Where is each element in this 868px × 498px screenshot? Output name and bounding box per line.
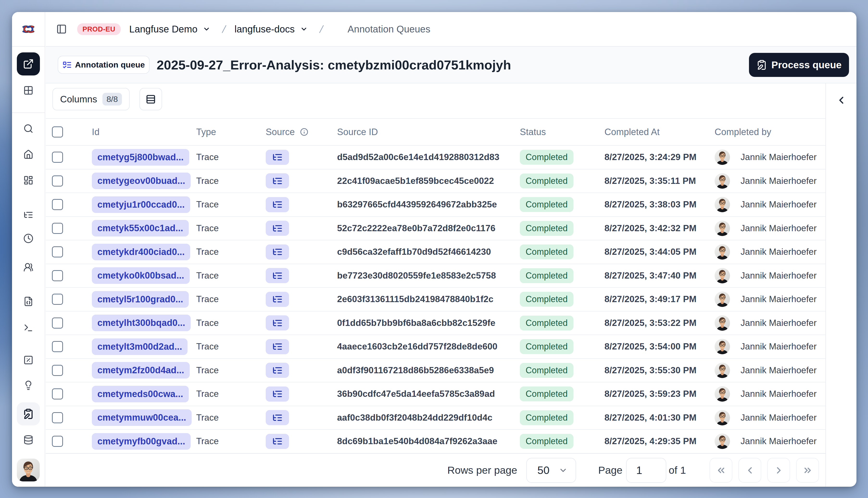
table-row[interactable]: cmetygeov00buad... Trace 22c41f09acae5b1… — [46, 169, 826, 193]
column-header-type[interactable]: Type — [190, 127, 259, 137]
next-page-button[interactable] — [767, 458, 790, 483]
row-source-cell — [259, 292, 331, 307]
table-row[interactable]: cmetyl5r100grad0... Trace 2e603f31361115… — [46, 288, 826, 312]
row-id-link[interactable]: cmetyl5r100grad0... — [92, 291, 189, 307]
breadcrumb-org[interactable]: Langfuse Demo — [129, 24, 198, 35]
row-checkbox[interactable] — [52, 365, 63, 376]
row-checkbox[interactable] — [52, 412, 63, 423]
list-tree-icon[interactable] — [266, 386, 289, 402]
sidebar-item-insights[interactable] — [12, 374, 45, 396]
row-id-link[interactable]: cmetyg5j800bwad... — [92, 149, 189, 166]
sidebar-toggle-icon[interactable] — [56, 24, 67, 34]
info-icon[interactable] — [300, 128, 308, 136]
row-checkbox[interactable] — [52, 152, 63, 163]
completed-by-avatar — [715, 244, 730, 260]
table-row[interactable]: cmetyko0k00bsad... Trace be7723e30d80205… — [46, 264, 826, 288]
expand-panel-button[interactable] — [834, 93, 849, 108]
prev-page-button[interactable] — [738, 458, 761, 483]
row-checkbox[interactable] — [52, 223, 63, 234]
row-checkbox[interactable] — [52, 317, 63, 329]
row-id-link[interactable]: cmetyju1r00ccad0... — [92, 196, 190, 213]
sidebar-item-evaluation[interactable] — [12, 349, 45, 371]
list-tree-icon[interactable] — [266, 339, 289, 354]
table-row[interactable]: cmetyg5j800bwad... Trace d5ad9d52a00c6e1… — [46, 146, 826, 169]
table-row[interactable]: cmetylht300bqad0... Trace 0f1dd65b7bb9bf… — [46, 312, 826, 335]
first-page-button[interactable] — [710, 458, 733, 483]
list-tree-icon[interactable] — [266, 150, 289, 165]
breadcrumb-project[interactable]: langfuse-docs — [234, 24, 295, 35]
langfuse-logo[interactable] — [12, 12, 45, 47]
table-row[interactable]: cmetykdr400ciad0... Trace c9d56ca32efaff… — [46, 240, 826, 264]
sidebar-item-playground[interactable] — [12, 316, 45, 339]
row-checkbox[interactable] — [52, 175, 63, 186]
sidebar-item-datasets[interactable] — [12, 428, 45, 451]
rows-per-page-select[interactable]: 50 — [526, 458, 576, 483]
page-number-input[interactable]: 1 — [626, 458, 666, 483]
column-header-source[interactable]: Source — [259, 127, 331, 137]
sidebar-item-prompts[interactable] — [12, 290, 45, 313]
column-header-completed-by[interactable]: Completed by — [708, 127, 826, 137]
list-tree-icon[interactable] — [266, 173, 289, 188]
row-checkbox[interactable] — [52, 436, 63, 447]
list-tree-icon[interactable] — [266, 221, 289, 236]
row-id-link[interactable]: cmetylt3m00d2ad... — [92, 338, 187, 355]
sidebar-item-sessions[interactable] — [12, 227, 45, 250]
sidebar-item-tracing[interactable] — [12, 203, 45, 226]
row-id-link[interactable]: cmetym2fz00d4ad... — [92, 362, 190, 379]
row-checkbox[interactable] — [52, 246, 63, 258]
last-page-button[interactable] — [796, 458, 819, 483]
list-tree-icon[interactable] — [266, 315, 289, 330]
column-header-source-id[interactable]: Source ID — [331, 127, 514, 137]
list-tree-icon[interactable] — [266, 268, 289, 283]
row-checkbox[interactable] — [52, 199, 63, 210]
sidebar-item-users[interactable] — [12, 256, 45, 278]
columns-button[interactable]: Columns 8/8 — [52, 88, 130, 110]
table-row[interactable]: cmetymmuw00cea... Trace aaf0c38db0f3f204… — [46, 406, 826, 430]
row-id-link[interactable]: cmetymmuw00cea... — [92, 409, 192, 426]
sidebar-item-open-external[interactable] — [17, 52, 40, 76]
chevron-down-icon[interactable] — [300, 25, 308, 33]
row-id-link[interactable]: cmetylht300bqad0... — [92, 315, 191, 331]
table-row[interactable]: cmetymyfb00gvad... Trace 8dc69b1ba1e540b… — [46, 430, 826, 454]
list-tree-icon[interactable] — [266, 197, 289, 212]
row-type-cell: Trace — [190, 247, 259, 257]
row-checkbox[interactable] — [52, 270, 63, 281]
sidebar-item-search[interactable] — [12, 117, 45, 140]
column-header-status[interactable]: Status — [514, 127, 598, 137]
user-avatar[interactable] — [17, 459, 40, 482]
table-row[interactable]: cmetylt3m00d2ad... Trace 4aaece1603cb2e1… — [46, 335, 826, 359]
row-height-button[interactable] — [140, 88, 162, 110]
sidebar-item-grid[interactable] — [12, 79, 45, 102]
row-status-cell: Completed — [514, 173, 598, 188]
column-header-completed-at[interactable]: Completed At — [598, 127, 708, 137]
row-id-link[interactable]: cmetymyfb00gvad... — [92, 433, 191, 450]
row-type: Trace — [196, 413, 219, 423]
list-tree-icon[interactable] — [266, 434, 289, 449]
completed-by-avatar — [715, 315, 730, 331]
sidebar-item-home[interactable] — [12, 143, 45, 166]
sidebar-item-annotation-queues[interactable] — [17, 402, 40, 425]
list-tree-icon[interactable] — [266, 245, 289, 260]
environment-badge[interactable]: PROD-EU — [77, 23, 121, 35]
chevron-down-icon[interactable] — [203, 25, 210, 33]
row-id-link[interactable]: cmetyko0k00bsad... — [92, 267, 190, 284]
table-row[interactable]: cmetymeds00cwa... Trace 36b90cdfc47e5da1… — [46, 382, 826, 406]
list-tree-icon[interactable] — [266, 410, 289, 425]
list-tree-icon[interactable] — [266, 292, 289, 307]
status-badge: Completed — [520, 386, 573, 402]
row-id-link[interactable]: cmetykdr400ciad0... — [92, 244, 190, 260]
row-checkbox[interactable] — [52, 389, 63, 399]
select-all-checkbox[interactable] — [52, 127, 63, 137]
column-header-id[interactable]: Id — [86, 127, 190, 137]
process-queue-button[interactable]: Process queue — [749, 53, 849, 77]
table-row[interactable]: cmetym2fz00d4ad... Trace a0df3f901167218… — [46, 359, 826, 383]
table-row[interactable]: cmetyju1r00ccad0... Trace b63297665cfd44… — [46, 193, 826, 217]
table-row[interactable]: cmetyk55x00c1ad... Trace 52c72c2222ea78e… — [46, 217, 826, 240]
list-tree-icon[interactable] — [266, 363, 289, 378]
row-checkbox[interactable] — [52, 341, 63, 352]
row-id-link[interactable]: cmetyk55x00c1ad... — [92, 220, 189, 236]
row-checkbox[interactable] — [52, 294, 63, 305]
row-id-link[interactable]: cmetygeov00buad... — [92, 173, 191, 189]
sidebar-item-dashboards[interactable] — [12, 169, 45, 192]
row-id-link[interactable]: cmetymeds00cwa... — [92, 386, 189, 402]
